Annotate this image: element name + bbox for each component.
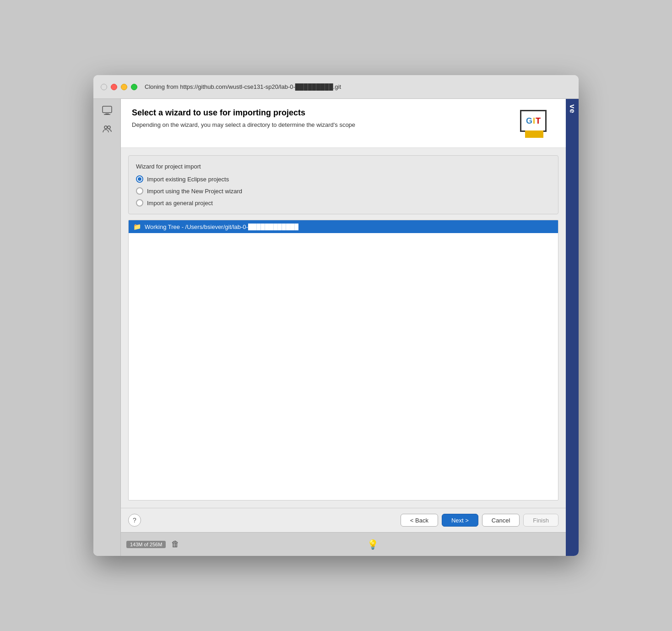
cancel-button[interactable]: Cancel <box>482 514 520 527</box>
git-icon: G I T <box>520 110 553 138</box>
git-letters: G I T <box>526 116 541 126</box>
sidebar-icon-people[interactable] <box>99 121 115 137</box>
main-content: Select a wizard to use for importing pro… <box>121 99 566 556</box>
back-button[interactable]: < Back <box>401 514 438 527</box>
right-panel-text: ve <box>568 104 576 114</box>
dialog-title: Select a wizard to use for importing pro… <box>132 108 518 118</box>
dialog-title-section: Select a wizard to use for importing pro… <box>132 108 518 128</box>
footer-buttons: < Back Next > Cancel Finish <box>401 514 558 527</box>
radio-label-3: Import as general project <box>147 200 213 207</box>
tree-empty-area <box>129 233 558 500</box>
tree-item-label: Working Tree - /Users/bsiever/git/lab-0-… <box>145 223 298 230</box>
git-box: G I T <box>520 110 547 132</box>
folder-icon: 📁 <box>133 223 141 230</box>
radio-label-2: Import using the New Project wizard <box>147 188 242 195</box>
help-icon: ? <box>133 517 136 524</box>
tl-maximize[interactable] <box>131 84 137 90</box>
title-bar: Cloning from https://github.com/wustl-cs… <box>93 75 579 99</box>
tree-section: 📁 Working Tree - /Users/bsiever/git/lab-… <box>128 220 558 500</box>
sidebar-icon-monitor[interactable] <box>99 103 115 119</box>
radio-option-2[interactable]: Import using the New Project wizard <box>136 187 551 195</box>
radio-option-1[interactable]: Import existing Eclipse projects <box>136 175 551 183</box>
lightbulb-icon: 💡 <box>367 539 379 550</box>
memory-badge: 143M of 256M <box>126 541 166 548</box>
next-button[interactable]: Next > <box>442 514 478 527</box>
right-panel: ve <box>566 99 579 556</box>
svg-point-4 <box>108 126 110 129</box>
radio-circle-2[interactable] <box>136 187 143 195</box>
sidebar <box>93 99 121 556</box>
wizard-section: Wizard for project import Import existin… <box>128 155 558 214</box>
tl-close[interactable] <box>111 84 117 90</box>
radio-inner-1 <box>138 177 141 181</box>
dialog-container: Select a wizard to use for importing pro… <box>121 99 566 532</box>
dialog-header: Select a wizard to use for importing pro… <box>121 99 566 148</box>
help-button[interactable]: ? <box>128 514 141 527</box>
radio-circle-3[interactable] <box>136 199 143 207</box>
radio-option-3[interactable]: Import as general project <box>136 199 551 207</box>
trash-icon[interactable]: 🗑 <box>171 539 179 549</box>
traffic-lights <box>101 84 137 90</box>
wizard-section-label: Wizard for project import <box>136 163 551 170</box>
window-title: Cloning from https://github.com/wustl-cs… <box>145 83 341 90</box>
svg-point-3 <box>104 126 107 129</box>
tl-minimize[interactable] <box>121 84 127 90</box>
git-connector <box>525 131 543 138</box>
svg-rect-0 <box>103 106 112 113</box>
status-bar: 143M of 256M 🗑 💡 <box>121 532 566 556</box>
dialog-body: Wizard for project import Import existin… <box>121 148 566 508</box>
radio-circle-1[interactable] <box>136 175 143 183</box>
finish-button[interactable]: Finish <box>523 514 558 527</box>
lightbulb-area: 💡 <box>185 539 560 550</box>
mac-window: Cloning from https://github.com/wustl-cs… <box>93 75 579 556</box>
dialog-subtitle: Depending on the wizard, you may select … <box>132 121 518 128</box>
tl-empty <box>101 84 107 90</box>
window-body: Select a wizard to use for importing pro… <box>93 99 579 556</box>
git-icon-container: G I T <box>518 108 555 140</box>
dialog-footer: ? < Back Next > Cancel Finish <box>121 508 566 532</box>
tree-item-selected[interactable]: 📁 Working Tree - /Users/bsiever/git/lab-… <box>129 220 558 233</box>
radio-label-1: Import existing Eclipse projects <box>147 176 229 183</box>
